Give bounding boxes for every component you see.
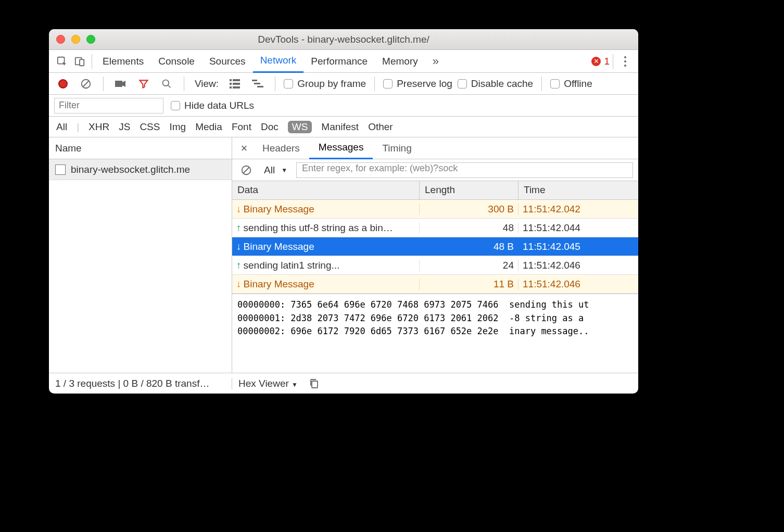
tab-elements[interactable]: Elements xyxy=(95,50,151,73)
message-row[interactable]: ↑sending this utf-8 string as a bin…4811… xyxy=(232,219,638,237)
svg-rect-11 xyxy=(230,79,232,81)
status-summary: 1 / 3 requests | 0 B / 820 B transf… xyxy=(49,378,232,389)
type-filter-row: All | XHR JS CSS Img Media Font Doc WS M… xyxy=(49,117,638,137)
type-css[interactable]: CSS xyxy=(140,121,160,133)
arrow-down-icon: ↓ xyxy=(236,241,242,252)
separator xyxy=(541,77,542,91)
status-bar: 1 / 3 requests | 0 B / 820 B transf… Hex… xyxy=(49,373,638,394)
col-length-header[interactable]: Length xyxy=(420,181,519,199)
message-length: 300 B xyxy=(420,204,519,215)
message-row[interactable]: ↓Binary Message300 B11:51:42.042 xyxy=(232,200,638,219)
type-all[interactable]: All xyxy=(56,121,67,133)
svg-rect-2 xyxy=(80,59,84,66)
svg-point-4 xyxy=(624,60,626,62)
tab-network[interactable]: Network xyxy=(253,50,304,73)
waterfall-icon[interactable] xyxy=(249,75,267,93)
message-row[interactable]: ↓Binary Message48 B11:51:42.045 xyxy=(232,237,638,256)
separator xyxy=(275,77,275,91)
tab-console[interactable]: Console xyxy=(151,50,202,73)
hide-data-urls-checkbox[interactable]: Hide data URLs xyxy=(171,100,254,111)
message-row[interactable]: ↓Binary Message11 B11:51:42.046 xyxy=(232,275,638,294)
col-data-header[interactable]: Data xyxy=(232,181,420,199)
svg-rect-14 xyxy=(233,83,240,85)
tab-memory[interactable]: Memory xyxy=(375,50,425,73)
clear-icon[interactable] xyxy=(77,75,95,93)
chevron-down-icon: ▼ xyxy=(281,167,287,174)
request-details: × Headers Messages Timing All ▼ Enter re… xyxy=(232,137,638,373)
separator xyxy=(613,54,613,69)
titlebar: DevTools - binary-websocket.glitch.me/ xyxy=(49,29,638,50)
hex-viewer-selector[interactable]: Hex Viewer ▼ xyxy=(238,378,298,389)
clear-messages-icon[interactable] xyxy=(237,161,255,179)
svg-rect-15 xyxy=(230,86,232,88)
svg-point-5 xyxy=(624,65,626,67)
regex-filter-input[interactable]: Enter regex, for example: (web)?sock xyxy=(296,162,633,178)
separator xyxy=(184,77,184,91)
inspect-element-icon[interactable] xyxy=(53,53,71,70)
detail-tabs: × Headers Messages Timing xyxy=(232,137,638,159)
type-js[interactable]: JS xyxy=(119,121,130,133)
device-toolbar-icon[interactable] xyxy=(71,53,88,70)
websocket-icon xyxy=(55,164,66,175)
tabs-overflow[interactable]: » xyxy=(425,50,446,73)
svg-rect-13 xyxy=(230,83,232,85)
tab-headers[interactable]: Headers xyxy=(253,137,309,159)
separator xyxy=(374,77,375,91)
message-length: 11 B xyxy=(420,278,519,290)
devtools-window: DevTools - binary-websocket.glitch.me/ E… xyxy=(49,29,638,394)
type-img[interactable]: Img xyxy=(169,121,186,133)
arrow-down-icon: ↓ xyxy=(236,204,242,215)
tab-sources[interactable]: Sources xyxy=(202,50,253,73)
request-row[interactable]: binary-websocket.glitch.me xyxy=(49,159,232,180)
filter-input[interactable] xyxy=(54,98,163,113)
offline-checkbox[interactable]: Offline xyxy=(550,78,592,90)
type-xhr[interactable]: XHR xyxy=(88,121,109,133)
svg-rect-12 xyxy=(233,79,240,81)
camera-icon[interactable] xyxy=(112,75,130,93)
copy-icon[interactable] xyxy=(305,375,323,392)
type-ws[interactable]: WS xyxy=(288,121,312,133)
message-rows: ↓Binary Message300 B11:51:42.042↑sending… xyxy=(232,200,638,294)
separator xyxy=(103,77,104,91)
tab-performance[interactable]: Performance xyxy=(304,50,375,73)
chevron-down-icon: ▼ xyxy=(292,381,298,388)
network-toolbar: View: Group by frame Preserve log Disabl… xyxy=(49,73,638,95)
request-list: Name binary-websocket.glitch.me xyxy=(49,137,232,373)
group-by-frame-checkbox[interactable]: Group by frame xyxy=(284,78,366,90)
tab-timing[interactable]: Timing xyxy=(373,137,421,159)
tab-messages[interactable]: Messages xyxy=(309,137,373,159)
window-title: DevTools - binary-websocket.glitch.me/ xyxy=(49,34,638,45)
separator xyxy=(92,54,92,69)
col-time-header[interactable]: Time xyxy=(519,181,638,199)
message-type-dropdown[interactable]: All ▼ xyxy=(260,162,291,179)
message-time: 11:51:42.046 xyxy=(519,278,638,290)
message-data: sending latin1 string... xyxy=(244,260,340,271)
preserve-log-checkbox[interactable]: Preserve log xyxy=(383,78,452,90)
search-icon[interactable] xyxy=(158,75,175,93)
message-row[interactable]: ↑sending latin1 string...2411:51:42.046 xyxy=(232,256,638,275)
type-media[interactable]: Media xyxy=(195,121,222,133)
kebab-menu-icon[interactable] xyxy=(616,53,634,70)
request-name: binary-websocket.glitch.me xyxy=(71,164,190,175)
type-font[interactable]: Font xyxy=(232,121,251,133)
message-column-headers: Data Length Time xyxy=(232,181,638,200)
error-count-badge[interactable]: ✕ 1 xyxy=(591,56,610,67)
message-time: 11:51:42.044 xyxy=(519,222,638,234)
type-manifest[interactable]: Manifest xyxy=(321,121,359,133)
error-icon: ✕ xyxy=(591,57,601,66)
name-column-header[interactable]: Name xyxy=(49,137,232,159)
message-data: Binary Message xyxy=(244,241,314,252)
disable-cache-checkbox[interactable]: Disable cache xyxy=(458,78,533,90)
filter-icon[interactable] xyxy=(135,75,153,93)
large-rows-icon[interactable] xyxy=(226,75,244,93)
type-doc[interactable]: Doc xyxy=(261,121,279,133)
message-time: 11:51:42.045 xyxy=(519,241,638,252)
arrow-up-icon: ↑ xyxy=(236,222,242,234)
view-label: View: xyxy=(193,78,221,90)
record-button[interactable] xyxy=(54,75,72,93)
type-other[interactable]: Other xyxy=(368,121,393,133)
svg-line-21 xyxy=(244,167,249,173)
svg-rect-16 xyxy=(233,86,240,88)
svg-line-7 xyxy=(83,81,89,86)
close-details-icon[interactable]: × xyxy=(235,142,253,155)
